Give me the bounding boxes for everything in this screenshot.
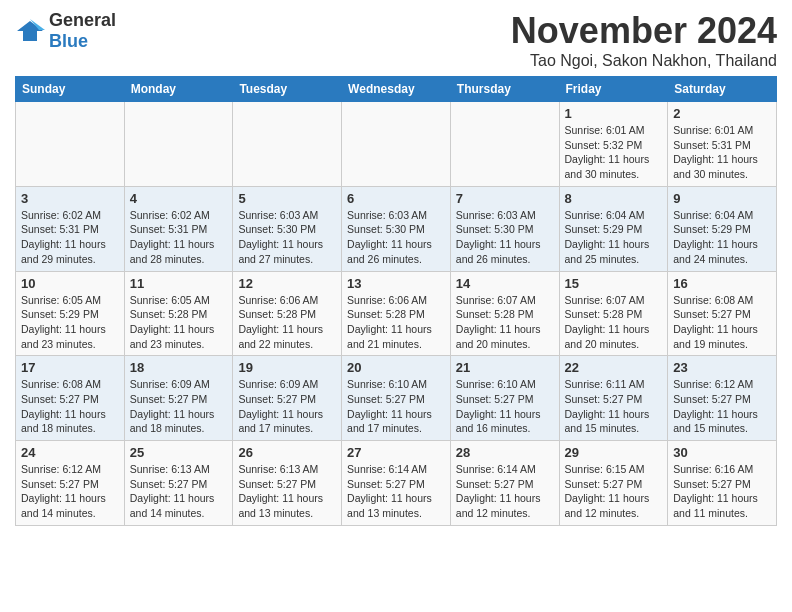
calendar-cell: 10Sunrise: 6:05 AM Sunset: 5:29 PM Dayli… xyxy=(16,271,125,356)
day-number: 28 xyxy=(456,445,554,460)
calendar-cell: 5Sunrise: 6:03 AM Sunset: 5:30 PM Daylig… xyxy=(233,186,342,271)
day-number: 11 xyxy=(130,276,228,291)
weekday-header: Monday xyxy=(124,77,233,102)
calendar-cell: 19Sunrise: 6:09 AM Sunset: 5:27 PM Dayli… xyxy=(233,356,342,441)
calendar-cell: 21Sunrise: 6:10 AM Sunset: 5:27 PM Dayli… xyxy=(450,356,559,441)
day-info: Sunrise: 6:03 AM Sunset: 5:30 PM Dayligh… xyxy=(456,208,554,267)
day-info: Sunrise: 6:05 AM Sunset: 5:29 PM Dayligh… xyxy=(21,293,119,352)
day-info: Sunrise: 6:03 AM Sunset: 5:30 PM Dayligh… xyxy=(347,208,445,267)
svg-marker-0 xyxy=(17,21,43,41)
calendar-week-row: 24Sunrise: 6:12 AM Sunset: 5:27 PM Dayli… xyxy=(16,441,777,526)
day-info: Sunrise: 6:14 AM Sunset: 5:27 PM Dayligh… xyxy=(347,462,445,521)
day-number: 9 xyxy=(673,191,771,206)
calendar-cell xyxy=(233,102,342,187)
calendar-cell: 20Sunrise: 6:10 AM Sunset: 5:27 PM Dayli… xyxy=(342,356,451,441)
calendar-cell: 12Sunrise: 6:06 AM Sunset: 5:28 PM Dayli… xyxy=(233,271,342,356)
day-info: Sunrise: 6:03 AM Sunset: 5:30 PM Dayligh… xyxy=(238,208,336,267)
calendar-cell xyxy=(450,102,559,187)
day-number: 15 xyxy=(565,276,663,291)
day-number: 7 xyxy=(456,191,554,206)
day-number: 6 xyxy=(347,191,445,206)
calendar-cell: 1Sunrise: 6:01 AM Sunset: 5:32 PM Daylig… xyxy=(559,102,668,187)
day-info: Sunrise: 6:02 AM Sunset: 5:31 PM Dayligh… xyxy=(130,208,228,267)
calendar-cell: 9Sunrise: 6:04 AM Sunset: 5:29 PM Daylig… xyxy=(668,186,777,271)
month-title: November 2024 xyxy=(511,10,777,52)
calendar-week-row: 1Sunrise: 6:01 AM Sunset: 5:32 PM Daylig… xyxy=(16,102,777,187)
weekday-header: Thursday xyxy=(450,77,559,102)
day-number: 4 xyxy=(130,191,228,206)
weekday-header: Tuesday xyxy=(233,77,342,102)
day-number: 27 xyxy=(347,445,445,460)
logo-general: General xyxy=(49,10,116,30)
calendar-cell: 8Sunrise: 6:04 AM Sunset: 5:29 PM Daylig… xyxy=(559,186,668,271)
day-number: 16 xyxy=(673,276,771,291)
day-info: Sunrise: 6:01 AM Sunset: 5:31 PM Dayligh… xyxy=(673,123,771,182)
day-info: Sunrise: 6:16 AM Sunset: 5:27 PM Dayligh… xyxy=(673,462,771,521)
calendar-cell: 24Sunrise: 6:12 AM Sunset: 5:27 PM Dayli… xyxy=(16,441,125,526)
calendar-cell: 11Sunrise: 6:05 AM Sunset: 5:28 PM Dayli… xyxy=(124,271,233,356)
day-info: Sunrise: 6:08 AM Sunset: 5:27 PM Dayligh… xyxy=(673,293,771,352)
day-number: 21 xyxy=(456,360,554,375)
calendar-cell: 16Sunrise: 6:08 AM Sunset: 5:27 PM Dayli… xyxy=(668,271,777,356)
calendar-cell: 15Sunrise: 6:07 AM Sunset: 5:28 PM Dayli… xyxy=(559,271,668,356)
day-info: Sunrise: 6:14 AM Sunset: 5:27 PM Dayligh… xyxy=(456,462,554,521)
calendar-cell: 30Sunrise: 6:16 AM Sunset: 5:27 PM Dayli… xyxy=(668,441,777,526)
day-info: Sunrise: 6:11 AM Sunset: 5:27 PM Dayligh… xyxy=(565,377,663,436)
day-number: 8 xyxy=(565,191,663,206)
day-info: Sunrise: 6:13 AM Sunset: 5:27 PM Dayligh… xyxy=(130,462,228,521)
logo-icon xyxy=(15,17,45,45)
day-number: 3 xyxy=(21,191,119,206)
calendar-cell: 14Sunrise: 6:07 AM Sunset: 5:28 PM Dayli… xyxy=(450,271,559,356)
calendar-week-row: 10Sunrise: 6:05 AM Sunset: 5:29 PM Dayli… xyxy=(16,271,777,356)
day-info: Sunrise: 6:04 AM Sunset: 5:29 PM Dayligh… xyxy=(673,208,771,267)
calendar-cell: 4Sunrise: 6:02 AM Sunset: 5:31 PM Daylig… xyxy=(124,186,233,271)
calendar-week-row: 17Sunrise: 6:08 AM Sunset: 5:27 PM Dayli… xyxy=(16,356,777,441)
calendar-week-row: 3Sunrise: 6:02 AM Sunset: 5:31 PM Daylig… xyxy=(16,186,777,271)
weekday-header: Sunday xyxy=(16,77,125,102)
calendar-cell xyxy=(342,102,451,187)
logo: General Blue xyxy=(15,10,116,52)
calendar-cell: 6Sunrise: 6:03 AM Sunset: 5:30 PM Daylig… xyxy=(342,186,451,271)
day-info: Sunrise: 6:10 AM Sunset: 5:27 PM Dayligh… xyxy=(347,377,445,436)
weekday-header-row: SundayMondayTuesdayWednesdayThursdayFrid… xyxy=(16,77,777,102)
calendar-cell xyxy=(124,102,233,187)
calendar-cell: 3Sunrise: 6:02 AM Sunset: 5:31 PM Daylig… xyxy=(16,186,125,271)
day-number: 2 xyxy=(673,106,771,121)
day-info: Sunrise: 6:01 AM Sunset: 5:32 PM Dayligh… xyxy=(565,123,663,182)
day-info: Sunrise: 6:06 AM Sunset: 5:28 PM Dayligh… xyxy=(238,293,336,352)
day-number: 19 xyxy=(238,360,336,375)
day-info: Sunrise: 6:07 AM Sunset: 5:28 PM Dayligh… xyxy=(565,293,663,352)
header: General Blue November 2024 Tao Ngoi, Sak… xyxy=(15,10,777,70)
calendar-cell: 27Sunrise: 6:14 AM Sunset: 5:27 PM Dayli… xyxy=(342,441,451,526)
day-info: Sunrise: 6:10 AM Sunset: 5:27 PM Dayligh… xyxy=(456,377,554,436)
calendar-cell: 22Sunrise: 6:11 AM Sunset: 5:27 PM Dayli… xyxy=(559,356,668,441)
day-number: 17 xyxy=(21,360,119,375)
day-number: 20 xyxy=(347,360,445,375)
day-info: Sunrise: 6:09 AM Sunset: 5:27 PM Dayligh… xyxy=(238,377,336,436)
day-number: 30 xyxy=(673,445,771,460)
day-info: Sunrise: 6:02 AM Sunset: 5:31 PM Dayligh… xyxy=(21,208,119,267)
calendar-cell: 25Sunrise: 6:13 AM Sunset: 5:27 PM Dayli… xyxy=(124,441,233,526)
day-info: Sunrise: 6:04 AM Sunset: 5:29 PM Dayligh… xyxy=(565,208,663,267)
day-number: 26 xyxy=(238,445,336,460)
calendar-cell: 13Sunrise: 6:06 AM Sunset: 5:28 PM Dayli… xyxy=(342,271,451,356)
calendar-cell: 29Sunrise: 6:15 AM Sunset: 5:27 PM Dayli… xyxy=(559,441,668,526)
day-number: 1 xyxy=(565,106,663,121)
day-info: Sunrise: 6:13 AM Sunset: 5:27 PM Dayligh… xyxy=(238,462,336,521)
location-subtitle: Tao Ngoi, Sakon Nakhon, Thailand xyxy=(511,52,777,70)
calendar-cell: 17Sunrise: 6:08 AM Sunset: 5:27 PM Dayli… xyxy=(16,356,125,441)
title-area: November 2024 Tao Ngoi, Sakon Nakhon, Th… xyxy=(511,10,777,70)
day-number: 24 xyxy=(21,445,119,460)
calendar-cell: 26Sunrise: 6:13 AM Sunset: 5:27 PM Dayli… xyxy=(233,441,342,526)
logo-text: General Blue xyxy=(49,10,116,52)
day-number: 22 xyxy=(565,360,663,375)
day-number: 12 xyxy=(238,276,336,291)
logo-blue: Blue xyxy=(49,31,88,51)
day-number: 5 xyxy=(238,191,336,206)
calendar-cell: 28Sunrise: 6:14 AM Sunset: 5:27 PM Dayli… xyxy=(450,441,559,526)
day-info: Sunrise: 6:05 AM Sunset: 5:28 PM Dayligh… xyxy=(130,293,228,352)
day-info: Sunrise: 6:15 AM Sunset: 5:27 PM Dayligh… xyxy=(565,462,663,521)
day-info: Sunrise: 6:07 AM Sunset: 5:28 PM Dayligh… xyxy=(456,293,554,352)
day-info: Sunrise: 6:08 AM Sunset: 5:27 PM Dayligh… xyxy=(21,377,119,436)
day-number: 14 xyxy=(456,276,554,291)
